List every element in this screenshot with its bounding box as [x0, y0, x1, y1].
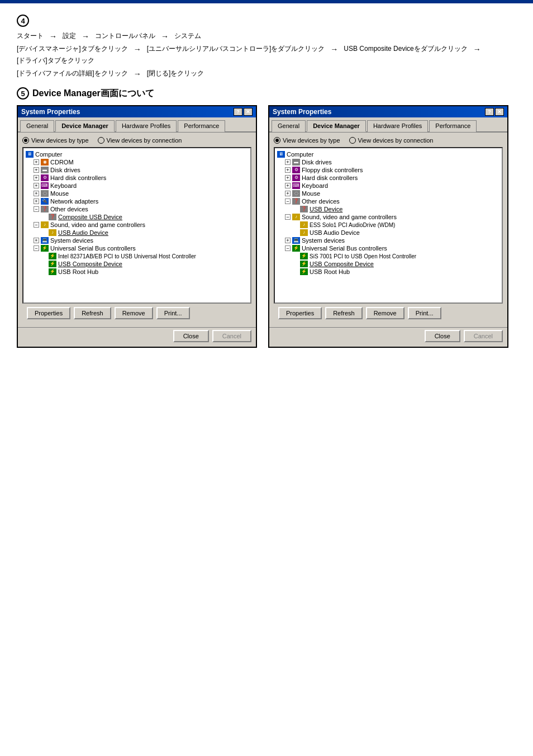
- expand-sound-left[interactable]: [34, 222, 39, 228]
- step4-circle: 4: [17, 15, 29, 27]
- tab-right-performance[interactable]: Performance: [429, 120, 477, 132]
- btn-left-close[interactable]: Close: [173, 330, 209, 342]
- dialog-right-controls: ? ✕: [485, 108, 504, 116]
- tree-right-other[interactable]: ❓ Other devices: [277, 197, 499, 205]
- tree-right-disk[interactable]: ▬ Disk drives: [277, 158, 499, 166]
- radio-right-type-circle: [274, 137, 280, 144]
- radio-left-by-type[interactable]: View devices by type: [22, 137, 89, 144]
- radio-right-by-type[interactable]: View devices by type: [274, 137, 340, 144]
- tree-right-floppy[interactable]: ⚙ Floppy disk controllers: [277, 166, 499, 174]
- expand-usb-ctrl-right[interactable]: [285, 245, 291, 251]
- dialog-right-help-btn[interactable]: ?: [485, 108, 494, 116]
- expand-mouse-right[interactable]: [285, 191, 291, 196]
- tab-left-performance[interactable]: Performance: [178, 120, 225, 132]
- tab-left-hw-profiles[interactable]: Hardware Profiles: [116, 120, 177, 132]
- tree-left-disk[interactable]: ▬ Disk drives: [26, 166, 248, 174]
- tab-left-device-manager[interactable]: Device Manager: [55, 120, 115, 132]
- tree-left-usb-audio[interactable]: ♪ USB Audio Device: [26, 229, 248, 237]
- dialog-right-title: System Properties: [273, 108, 331, 116]
- tree-right-usb-root[interactable]: ⚡ USB Root Hub: [277, 268, 499, 276]
- expand-other-left[interactable]: [34, 206, 39, 212]
- tree-left-usb-root[interactable]: ⚡ USB Root Hub: [26, 268, 248, 276]
- expand-hdc-left[interactable]: [34, 175, 39, 181]
- instr3-part2: [閉じる]をクリック: [147, 69, 204, 78]
- tree-right-sis[interactable]: ⚡ SiS 7001 PCI to USB Open Host Controll…: [277, 252, 499, 260]
- tree-right-usb-ctrl[interactable]: ⚡ Universal Serial Bus controllers: [277, 244, 499, 252]
- expand-other-right[interactable]: [285, 199, 291, 204]
- expand-cdrom-left[interactable]: [34, 159, 39, 165]
- expand-usb-ctrl-left[interactable]: [34, 245, 39, 251]
- expand-floppy-right[interactable]: [285, 167, 291, 173]
- tree-left-intel-usb[interactable]: ⚡ Intel 82371AB/EB PCI to USB Universal …: [26, 252, 248, 260]
- tree-left-keyboard[interactable]: ⌨ Keyboard: [26, 182, 248, 190]
- expand-system-left[interactable]: [34, 238, 39, 243]
- tab-right-general[interactable]: General: [272, 120, 306, 132]
- tree-right-computer[interactable]: 🖥 Computer: [277, 150, 499, 158]
- expand-hdc-right[interactable]: [285, 175, 291, 181]
- radio-right-by-connection[interactable]: View devices by connection: [349, 137, 434, 144]
- icon-mouse-left: ◌: [41, 190, 49, 197]
- btn-right-refresh[interactable]: Refresh: [325, 307, 363, 319]
- expand-disk-left[interactable]: [34, 167, 39, 173]
- btn-left-cancel[interactable]: Cancel: [212, 330, 251, 342]
- tree-right-sound[interactable]: ♪ Sound, video and game controllers: [277, 213, 499, 221]
- btn-left-print[interactable]: Print...: [156, 307, 190, 319]
- tree-right-usb-audio[interactable]: ♪ USB Audio Device: [277, 229, 499, 237]
- tab-left-general[interactable]: General: [20, 120, 54, 132]
- tree-left-composite-usb[interactable]: ❓ Composite USB Device: [26, 213, 248, 221]
- tree-right-system[interactable]: 💻 System devices: [277, 237, 499, 244]
- dialog-left-close-btn[interactable]: ✕: [244, 108, 253, 116]
- tree-right-ess[interactable]: ♪ ESS Solo1 PCI AudioDrive (WDM): [277, 221, 499, 229]
- dialog-right-close-btn[interactable]: ✕: [495, 108, 504, 116]
- tree-right-mouse[interactable]: ◌ Mouse: [277, 190, 499, 197]
- expand-disk-right[interactable]: [285, 159, 291, 165]
- tree-left-cdrom[interactable]: ◉ CDROM: [26, 158, 248, 166]
- expand-system-right[interactable]: [285, 238, 291, 243]
- radio-right-conn-circle: [349, 137, 356, 144]
- icon-hdc-right: ⚙: [292, 174, 300, 181]
- tree-left-system[interactable]: 💻 System devices: [26, 237, 248, 244]
- step5-description: Device Manager画面について: [32, 88, 154, 100]
- tree-right-usb-device[interactable]: ❓ USB Device: [277, 205, 499, 213]
- btn-right-properties[interactable]: Properties: [278, 307, 322, 319]
- tree-right-hdc[interactable]: ⚙ Hard disk controllers: [277, 174, 499, 182]
- tree-left-network[interactable]: 🔌 Network adapters: [26, 197, 248, 205]
- tree-left-usb-ctrl[interactable]: ⚡ Universal Serial Bus controllers: [26, 244, 248, 252]
- dialog-left: System Properties ? ✕ General Device Man…: [17, 105, 257, 348]
- icon-system-left: 💻: [41, 237, 49, 244]
- icon-sound-right: ♪: [292, 214, 300, 220]
- tree-left-other[interactable]: ❓ Other devices: [26, 205, 248, 213]
- icon-intel-left: ⚡: [49, 253, 56, 259]
- tree-left-computer[interactable]: 🖥 Computer: [26, 150, 248, 158]
- dialog-right-body: View devices by type View devices by con…: [269, 133, 507, 327]
- tab-right-device-manager[interactable]: Device Manager: [307, 120, 366, 132]
- btn-left-remove[interactable]: Remove: [115, 307, 153, 319]
- expand-sound-right[interactable]: [285, 214, 291, 220]
- tree-left-usb-composite[interactable]: ⚡ USB Composite Device: [26, 260, 248, 268]
- icon-usb-composite-left: ⚡: [49, 261, 56, 267]
- step5-circle: 5: [17, 87, 29, 100]
- radio-right-conn-label: View devices by connection: [358, 137, 434, 144]
- btn-right-close[interactable]: Close: [425, 330, 460, 342]
- icon-composite-left: ❓: [49, 214, 56, 220]
- btn-right-print[interactable]: Print...: [408, 307, 441, 319]
- expand-network-left[interactable]: [34, 199, 39, 204]
- arrow5: →: [330, 45, 338, 54]
- tree-right-usb-composite[interactable]: ⚡ USB Composite Device: [277, 260, 499, 268]
- radio-left-by-connection[interactable]: View devices by connection: [98, 137, 182, 144]
- expand-keyboard-right[interactable]: [285, 183, 291, 188]
- btn-right-remove[interactable]: Remove: [366, 307, 404, 319]
- expand-mouse-left[interactable]: [34, 191, 39, 196]
- tree-left-sound[interactable]: ♪ Sound, video and game controllers: [26, 221, 248, 229]
- dialog-left-help-btn[interactable]: ?: [234, 108, 242, 116]
- tab-right-hw-profiles[interactable]: Hardware Profiles: [367, 120, 428, 132]
- btn-right-cancel[interactable]: Cancel: [464, 330, 503, 342]
- btn-left-properties[interactable]: Properties: [27, 307, 70, 319]
- expand-keyboard-left[interactable]: [34, 183, 39, 188]
- btn-left-refresh[interactable]: Refresh: [74, 307, 111, 319]
- dialog-left-tabs: General Device Manager Hardware Profiles…: [18, 117, 256, 133]
- tree-left-hdc[interactable]: ⚙ Hard disk controllers: [26, 174, 248, 182]
- instruction-row-1: スタート → 設定 → コントロールパネル → システム: [17, 31, 516, 41]
- tree-right-keyboard[interactable]: ⌨ Keyboard: [277, 182, 499, 190]
- tree-left-mouse[interactable]: ◌ Mouse: [26, 190, 248, 197]
